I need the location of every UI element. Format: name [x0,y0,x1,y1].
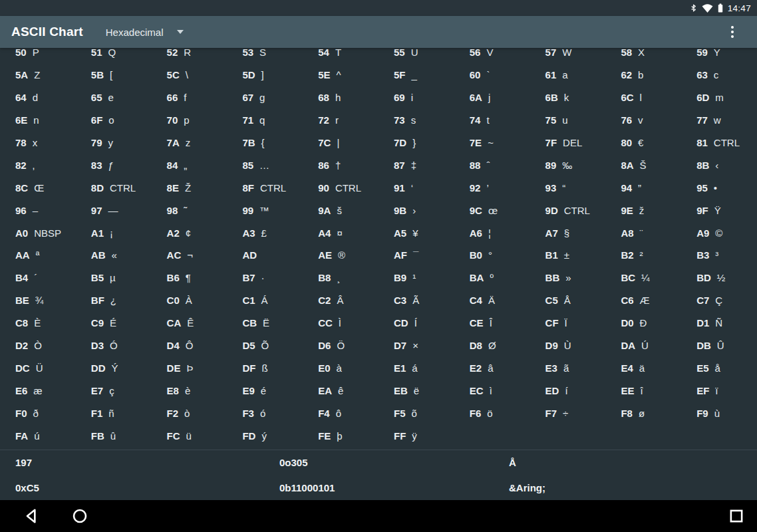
ascii-cell[interactable]: BD½ [681,267,757,289]
ascii-cell[interactable]: F8ø [605,402,681,424]
recents-button[interactable] [720,500,752,532]
ascii-cell[interactable]: 62b [605,64,681,86]
ascii-cell[interactable]: FEþ [303,424,378,447]
ascii-cell[interactable]: 87‡ [378,154,454,176]
ascii-cell[interactable]: 57W [530,48,606,64]
ascii-cell[interactable]: C0À [152,289,227,312]
ascii-cell[interactable]: BB» [530,267,606,289]
ascii-cell[interactable]: B4´ [0,267,76,289]
ascii-cell[interactable]: AE® [303,244,378,267]
ascii-cell[interactable]: B3³ [681,244,757,267]
ascii-cell[interactable]: CDÍ [378,312,454,334]
ascii-cell[interactable]: 5C\ [152,64,227,86]
ascii-cell[interactable]: C5Å [530,289,606,312]
ascii-cell[interactable]: E5å [681,356,757,379]
ascii-cell[interactable]: AAª [0,244,76,267]
ascii-cell[interactable]: FBû [76,424,152,447]
ascii-cell[interactable]: A8¨ [605,221,681,244]
ascii-cell[interactable]: 9FŸ [681,199,757,221]
ascii-cell[interactable]: 5AZ [0,64,76,86]
ascii-cell[interactable]: D6Ö [303,334,378,357]
ascii-cell[interactable]: E4ä [605,356,681,379]
ascii-cell[interactable]: 82‚ [0,154,76,176]
ascii-cell[interactable]: B9¹ [378,267,454,289]
ascii-cell[interactable]: DBÛ [681,334,757,357]
ascii-cell[interactable]: E1á [378,356,454,379]
ascii-cell[interactable]: E6æ [0,379,76,402]
ascii-cell[interactable]: 86† [303,154,378,176]
base-mode-spinner[interactable]: Hexadecimal [106,16,184,48]
ascii-cell[interactable]: 97— [76,199,152,221]
ascii-cell[interactable]: A7§ [530,221,606,244]
ascii-cell[interactable]: 6Fo [76,109,152,132]
ascii-cell[interactable]: B5µ [76,267,152,289]
ascii-cell[interactable]: E7ç [76,379,152,402]
ascii-cell[interactable]: 98˜ [152,199,227,221]
ascii-cell[interactable]: ECì [454,379,530,402]
ascii-cell[interactable]: B0° [454,244,530,267]
ascii-cell[interactable]: E3ã [530,356,606,379]
ascii-cell[interactable]: D7× [378,334,454,357]
ascii-cell[interactable]: 71q [227,109,303,132]
ascii-cell[interactable]: 52R [152,48,227,64]
ascii-cell[interactable]: FFÿ [378,424,454,447]
ascii-cell[interactable]: 63c [681,64,757,86]
ascii-cell[interactable]: 66f [152,86,227,109]
ascii-cell[interactable]: B1± [530,244,606,267]
ascii-cell[interactable]: 74t [454,109,530,132]
ascii-cell[interactable]: EFï [681,379,757,402]
ascii-cell[interactable]: 64d [0,86,76,109]
ascii-cell[interactable]: 99™ [227,199,303,221]
ascii-cell[interactable]: AC¬ [152,244,227,267]
ascii-cell[interactable]: E2â [454,356,530,379]
ascii-cell[interactable]: 60` [454,64,530,86]
ascii-cell[interactable]: A6¦ [454,221,530,244]
ascii-cell[interactable]: C1Á [227,289,303,312]
ascii-cell[interactable]: A2¢ [152,221,227,244]
ascii-cell[interactable]: D8Ø [454,334,530,357]
ascii-cell[interactable]: 68h [303,86,378,109]
ascii-cell[interactable]: F4ô [303,402,378,424]
ascii-cell[interactable]: 5B[ [76,64,152,86]
ascii-cell[interactable]: 7C| [303,132,378,154]
ascii-cell[interactable]: 51Q [76,48,152,64]
ascii-cell[interactable]: EBë [378,379,454,402]
ascii-cell[interactable]: 78x [0,132,76,154]
ascii-cell[interactable]: DCÜ [0,356,76,379]
ascii-cell[interactable]: 6Aj [454,86,530,109]
ascii-cell[interactable]: 83ƒ [76,154,152,176]
ascii-cell[interactable]: FDý [227,424,303,447]
ascii-cell[interactable]: CEÎ [454,312,530,334]
ascii-cell[interactable]: 53S [227,48,303,64]
ascii-cell[interactable]: 9Ež [605,199,681,221]
ascii-cell[interactable]: 5F_ [378,64,454,86]
ascii-cell[interactable]: 77w [681,109,757,132]
ascii-grid-viewport[interactable]: 50P51Q52R53S54T55U56V57W58X59Y5AZ5B[5C\5… [0,48,757,450]
ascii-cell[interactable]: B2² [605,244,681,267]
ascii-cell[interactable]: 55U [378,48,454,64]
ascii-cell[interactable]: 73s [378,109,454,132]
ascii-cell[interactable]: DAÚ [605,334,681,357]
ascii-cell[interactable]: AF¯ [378,244,454,267]
ascii-cell[interactable]: F1ñ [76,402,152,424]
ascii-cell[interactable]: C8È [0,312,76,334]
ascii-cell[interactable]: A4¤ [303,221,378,244]
ascii-cell[interactable]: E0à [303,356,378,379]
ascii-cell[interactable]: EEî [605,379,681,402]
ascii-cell[interactable]: 6Bk [530,86,606,109]
ascii-cell[interactable]: B8¸ [303,267,378,289]
ascii-cell[interactable]: 81CTRL [681,132,757,154]
ascii-cell[interactable]: FCü [152,424,227,447]
ascii-cell[interactable]: 93“ [530,176,606,199]
ascii-cell[interactable]: C4Ä [454,289,530,312]
ascii-cell[interactable]: C6Æ [605,289,681,312]
ascii-cell[interactable]: 88ˆ [454,154,530,176]
ascii-cell[interactable]: 54T [303,48,378,64]
ascii-cell[interactable]: C9É [76,312,152,334]
ascii-cell[interactable]: A0NBSP [0,221,76,244]
ascii-cell[interactable]: 8EŽ [152,176,227,199]
ascii-cell[interactable]: BF¿ [76,289,152,312]
ascii-cell[interactable]: 8DCTRL [76,176,152,199]
ascii-cell[interactable]: 89‰ [530,154,606,176]
ascii-cell[interactable]: 94” [605,176,681,199]
